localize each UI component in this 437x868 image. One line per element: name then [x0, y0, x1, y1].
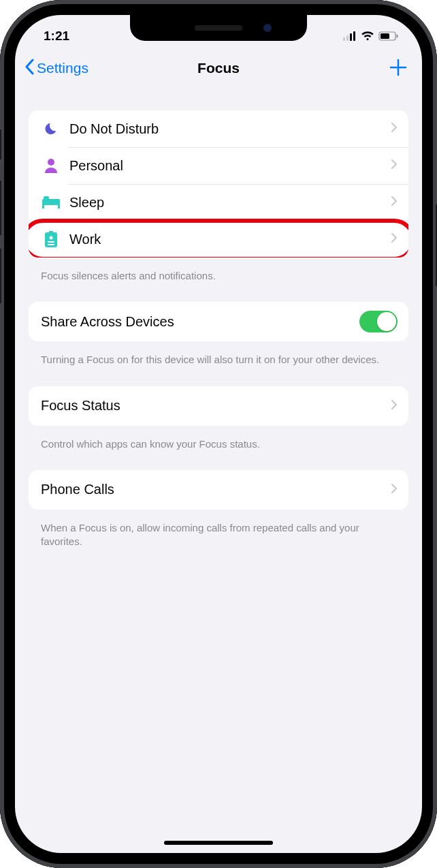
row-label: Do Not Disturb	[61, 121, 391, 137]
side-button-vol-down	[0, 249, 1, 303]
phone-calls-row[interactable]: Phone Calls	[29, 470, 408, 510]
svg-rect-8	[42, 199, 60, 205]
svg-rect-10	[58, 204, 60, 208]
phone-calls-group: Phone Calls	[29, 470, 408, 510]
svg-rect-16	[48, 244, 54, 245]
svg-rect-13	[49, 231, 53, 234]
row-label: Phone Calls	[41, 482, 391, 497]
svg-rect-0	[343, 37, 345, 41]
share-footer: Turning a Focus on for this device will …	[29, 348, 408, 386]
svg-rect-1	[346, 35, 349, 41]
phone-calls-footer: When a Focus is on, allow incoming calls…	[29, 516, 408, 568]
row-label: Focus Status	[41, 398, 391, 414]
row-label: Work	[61, 232, 391, 247]
chevron-right-icon	[391, 232, 398, 246]
focus-mode-sleep[interactable]: Sleep	[29, 184, 408, 221]
wifi-icon	[361, 31, 374, 41]
chevron-left-icon	[25, 59, 34, 78]
side-button-mute	[0, 129, 1, 159]
chevron-right-icon	[391, 196, 398, 209]
home-indicator[interactable]	[164, 841, 273, 845]
focus-mode-work[interactable]: Work	[29, 221, 408, 258]
svg-rect-15	[48, 241, 54, 243]
svg-point-14	[50, 236, 53, 240]
share-group: Share Across Devices	[29, 302, 408, 341]
svg-rect-11	[44, 196, 49, 200]
badge-icon	[41, 231, 61, 247]
device-frame: 1:21 Settings Focus	[0, 0, 437, 868]
focus-status-footer: Control which apps can know your Focus s…	[29, 433, 408, 470]
device-notch	[130, 15, 307, 41]
screen: 1:21 Settings Focus	[15, 15, 422, 853]
focus-status-group: Focus Status	[29, 386, 408, 426]
focus-mode-do-not-disturb[interactable]: Do Not Disturb	[29, 110, 408, 147]
row-label: Sleep	[61, 195, 391, 211]
svg-rect-5	[381, 33, 389, 39]
svg-rect-6	[397, 35, 398, 38]
moon-icon	[41, 121, 61, 136]
add-button[interactable]	[389, 56, 407, 80]
share-toggle[interactable]	[359, 311, 398, 332]
bed-icon	[41, 196, 61, 208]
side-button-vol-up	[0, 181, 1, 235]
focus-status-row[interactable]: Focus Status	[29, 386, 408, 426]
back-button[interactable]: Settings	[25, 59, 88, 78]
share-across-devices-row[interactable]: Share Across Devices	[29, 302, 408, 341]
svg-rect-2	[350, 33, 352, 41]
focus-modes-group: Do Not Disturb Personal	[29, 110, 408, 258]
focus-mode-personal[interactable]: Personal	[29, 147, 408, 184]
chevron-right-icon	[391, 159, 398, 172]
plus-icon	[389, 59, 407, 76]
chevron-right-icon	[391, 399, 398, 413]
svg-point-7	[48, 159, 54, 166]
status-time: 1:21	[44, 29, 69, 44]
battery-icon	[378, 31, 399, 41]
row-label: Personal	[61, 158, 391, 174]
svg-rect-3	[353, 31, 355, 41]
focus-modes-footer: Focus silences alerts and notifications.	[29, 264, 408, 302]
person-icon	[41, 158, 61, 173]
chevron-right-icon	[391, 122, 398, 136]
nav-bar: Settings Focus	[15, 49, 422, 87]
cellular-signal-icon	[343, 31, 357, 41]
back-label: Settings	[37, 60, 88, 76]
svg-rect-9	[42, 204, 44, 208]
row-label: Share Across Devices	[41, 314, 359, 330]
chevron-right-icon	[391, 483, 398, 497]
